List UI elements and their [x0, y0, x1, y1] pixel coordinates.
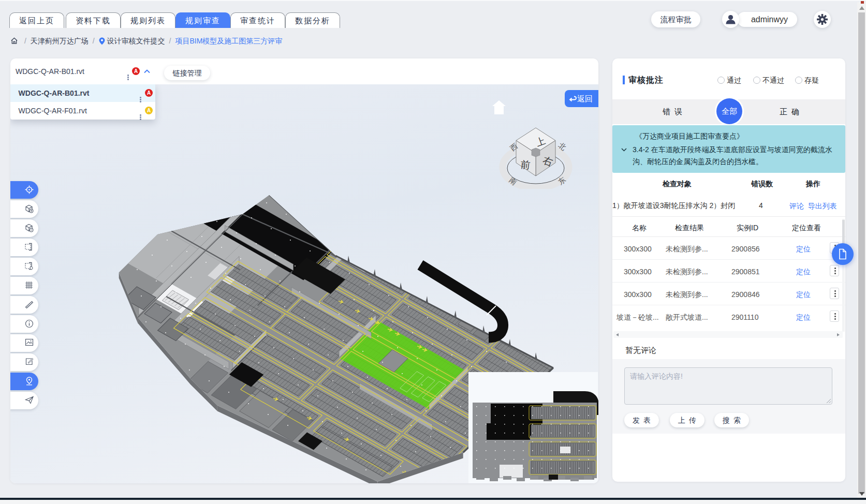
svg-text:前: 前 [520, 159, 531, 171]
